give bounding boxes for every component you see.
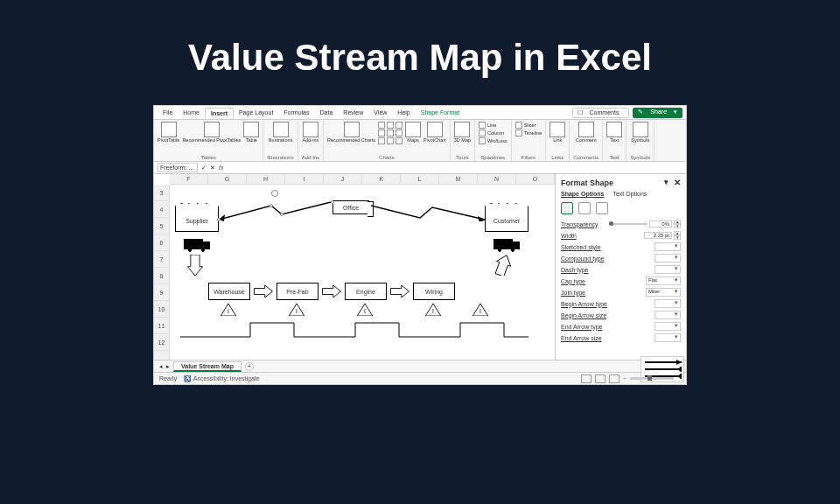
effects-icon[interactable] bbox=[578, 202, 591, 214]
view-page-break-icon[interactable] bbox=[609, 374, 620, 383]
tab-view[interactable]: View bbox=[368, 108, 392, 117]
fx-icon[interactable]: fx bbox=[219, 164, 223, 171]
3dmap-button[interactable]: 3D Map bbox=[454, 122, 471, 144]
begin-arrow-dd[interactable] bbox=[654, 299, 681, 308]
text-button[interactable]: Text bbox=[606, 122, 622, 144]
transparency-input[interactable]: 0% bbox=[649, 220, 672, 228]
width-spinner[interactable]: ▴▾ bbox=[674, 231, 681, 240]
sheet[interactable]: FGHIJKLMNO 3456789101112 Supplier Office… bbox=[154, 174, 555, 360]
inventory-4-icon[interactable]: I bbox=[425, 304, 441, 316]
diagram-canvas[interactable]: Supplier Office Customer Warehouse Pre-F… bbox=[170, 185, 555, 360]
compound-dd[interactable] bbox=[654, 254, 681, 262]
info-arrow-left[interactable] bbox=[219, 200, 334, 221]
tab-home[interactable]: Home bbox=[178, 108, 205, 117]
process-warehouse[interactable]: Warehouse bbox=[208, 283, 250, 300]
group-addins: Add-ins Add-ins bbox=[298, 120, 324, 161]
content: FGHIJKLMNO 3456789101112 Supplier Office… bbox=[154, 174, 686, 360]
info-arrow-right[interactable] bbox=[371, 200, 486, 221]
rec-pivottables-button[interactable]: Recommended PivotTables bbox=[182, 122, 241, 144]
dash-dd[interactable] bbox=[654, 265, 681, 274]
pane-tabs: Shape Options Text Options bbox=[561, 191, 681, 197]
inventory-1-icon[interactable]: I bbox=[220, 304, 236, 316]
tab-nav-next-icon[interactable]: ▸ bbox=[166, 363, 170, 370]
end-size-dd[interactable] bbox=[654, 333, 681, 342]
tab-formulas[interactable]: Formulas bbox=[278, 108, 314, 117]
symbols-button[interactable]: Symbols bbox=[631, 122, 649, 144]
cap-dd[interactable]: Flat bbox=[646, 276, 681, 285]
tab-nav-prev-icon[interactable]: ◂ bbox=[159, 363, 163, 370]
sheet-tab-active[interactable]: Value Stream Map bbox=[173, 361, 242, 372]
arrow-up-icon[interactable] bbox=[495, 255, 511, 276]
zoom-out-icon[interactable]: − bbox=[623, 375, 626, 382]
view-page-layout-icon[interactable] bbox=[595, 374, 606, 383]
timeline-shape[interactable] bbox=[180, 321, 530, 339]
process-wiring[interactable]: Wiring bbox=[413, 283, 455, 300]
end-arrow-dd[interactable] bbox=[654, 322, 681, 331]
illustrations-button[interactable]: Illustrations bbox=[269, 122, 293, 144]
truck-supplier-icon[interactable] bbox=[184, 239, 203, 249]
ribbon-tabs: File Home Insert Page Layout Formulas Da… bbox=[154, 106, 686, 120]
group-tables: PivotTable Recommended PivotTables Table… bbox=[154, 120, 263, 161]
begin-size-dd[interactable] bbox=[654, 311, 681, 319]
page-title: Value Stream Map in Excel bbox=[0, 0, 840, 105]
filter-buttons[interactable]: Slicer Timeline bbox=[515, 122, 542, 136]
rec-charts-button[interactable]: Recommended Charts bbox=[327, 122, 375, 144]
name-box[interactable]: Freeform: … bbox=[158, 163, 198, 172]
join-dd[interactable]: Miter bbox=[646, 288, 681, 297]
arrow-right-3-icon[interactable] bbox=[390, 285, 410, 298]
dropdown-icon[interactable]: ▾ bbox=[664, 178, 668, 187]
rotation-handle-icon[interactable] bbox=[271, 190, 278, 197]
sketched-dd[interactable] bbox=[654, 242, 681, 251]
tab-data[interactable]: Data bbox=[315, 108, 339, 117]
tab-insert[interactable]: Insert bbox=[205, 108, 234, 118]
table-button[interactable]: Table bbox=[243, 122, 259, 144]
comment-button[interactable]: Comment bbox=[576, 122, 597, 144]
office-shape[interactable]: Office bbox=[332, 200, 369, 214]
status-accessibility[interactable]: ♿ Accessibility: Investigate bbox=[184, 375, 259, 382]
width-input[interactable]: 2.25 pt bbox=[644, 232, 672, 239]
supplier-shape[interactable]: Supplier bbox=[175, 209, 219, 232]
view-normal-icon[interactable] bbox=[581, 374, 592, 383]
tab-file[interactable]: File bbox=[158, 108, 178, 117]
inventory-5-icon[interactable]: I bbox=[472, 304, 488, 316]
group-charts: Recommended Charts Maps PivotChart Chart… bbox=[324, 120, 451, 161]
close-icon[interactable]: ✕ bbox=[674, 178, 681, 187]
svg-text:I: I bbox=[228, 308, 229, 314]
pivottable-button[interactable]: PivotTable bbox=[158, 122, 179, 144]
inventory-2-icon[interactable]: I bbox=[289, 304, 304, 316]
size-icon[interactable] bbox=[596, 202, 608, 214]
tab-text-options[interactable]: Text Options bbox=[612, 191, 647, 197]
inventory-3-icon[interactable]: I bbox=[357, 304, 373, 316]
group-symbols: Symbols Symbols bbox=[626, 120, 654, 161]
sparkline-buttons[interactable]: Line Column Win/Loss bbox=[479, 122, 508, 144]
link-button[interactable]: Link bbox=[550, 122, 565, 144]
add-sheet-icon[interactable]: + bbox=[245, 362, 254, 371]
customer-shape[interactable]: Customer bbox=[485, 209, 528, 232]
tab-shape-options[interactable]: Shape Options bbox=[561, 191, 604, 197]
transparency-spinner[interactable]: ▴▾ bbox=[674, 220, 681, 228]
excel-window: File Home Insert Page Layout Formulas Da… bbox=[153, 105, 687, 385]
tab-review[interactable]: Review bbox=[338, 108, 368, 117]
zoom-slider[interactable] bbox=[630, 377, 674, 380]
arrow-down-icon[interactable] bbox=[187, 255, 203, 276]
process-engine[interactable]: Engine bbox=[345, 283, 387, 300]
pivotchart-button[interactable]: PivotChart bbox=[424, 122, 446, 144]
arrow-right-2-icon[interactable] bbox=[322, 285, 341, 298]
status-ready: Ready bbox=[159, 375, 177, 382]
comments-button[interactable]: ☐ Comments bbox=[572, 108, 630, 118]
tab-page-layout[interactable]: Page Layout bbox=[234, 108, 278, 117]
maps-button[interactable]: Maps bbox=[405, 122, 421, 144]
tab-shape-format[interactable]: Shape Format bbox=[416, 108, 465, 117]
fill-line-icon[interactable] bbox=[561, 202, 573, 214]
share-button[interactable]: ✎ Share ▾ bbox=[633, 108, 682, 118]
tab-help[interactable]: Help bbox=[392, 108, 415, 117]
addins-button[interactable]: Add-ins bbox=[303, 122, 319, 144]
truck-customer-icon[interactable] bbox=[494, 239, 513, 249]
transparency-slider[interactable] bbox=[609, 223, 648, 225]
chart-types[interactable] bbox=[378, 122, 402, 144]
prop-transparency: Transparency 0%▴▾ bbox=[561, 220, 681, 228]
arrow-right-1-icon[interactable] bbox=[254, 285, 273, 298]
process-prefab[interactable]: Pre-Fab bbox=[276, 283, 318, 300]
prop-compound: Compound type bbox=[561, 254, 681, 262]
group-tours: 3D Map Tours bbox=[451, 120, 475, 161]
